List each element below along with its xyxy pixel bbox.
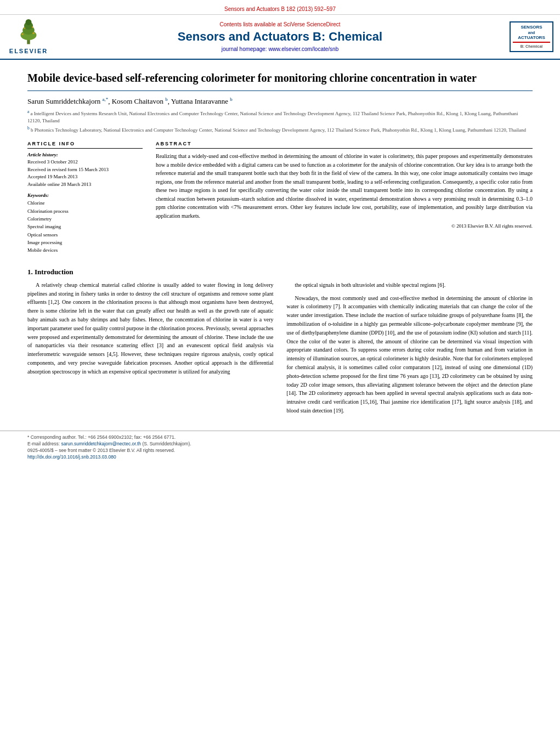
svg-point-5 bbox=[21, 33, 24, 35]
keywords-section: Keywords: Chlorine Chlorination process … bbox=[27, 193, 143, 254]
footer-doi[interactable]: http://dx.doi.org/10.1016/j.snb.2013.03.… bbox=[27, 454, 533, 460]
abstract-text: Realizing that a widely-used and cost-ef… bbox=[156, 152, 533, 220]
keywords-label: Keywords: bbox=[27, 193, 143, 198]
keyword-6: Image processing bbox=[27, 239, 143, 246]
journal-reference: Sensors and Actuators B 182 (2013) 592–5… bbox=[224, 6, 336, 12]
elsevier-tree-icon bbox=[12, 19, 45, 47]
keywords-list: Chlorine Chlorination process Colorimetr… bbox=[27, 199, 143, 254]
sciverse-text[interactable]: SciVerse ScienceDirect bbox=[284, 21, 341, 27]
affiliation-b: b b Photonics Technology Laboratory, Nat… bbox=[27, 126, 533, 134]
intro-para-3: Nowadays, the most commonly used and cos… bbox=[287, 294, 533, 415]
svg-point-8 bbox=[32, 26, 33, 28]
authors: Sarun Sumriddetchkajorn a,*, Kosom Chait… bbox=[27, 97, 533, 106]
elsevier-logo: ELSEVIER bbox=[7, 19, 50, 54]
intro-para-1: A relatively cheap chemical material cal… bbox=[27, 281, 274, 376]
journal-header: ELSEVIER Contents lists available at Sci… bbox=[0, 15, 560, 60]
article-info-column: ARTICLE INFO Article history: Received 3… bbox=[27, 141, 143, 259]
footnote-email: E-mail address: sarun.sumriddetchkajorn@… bbox=[27, 441, 533, 446]
intro-col-right: the optical signals in both ultraviolet … bbox=[287, 281, 533, 420]
info-abstract-section: ARTICLE INFO Article history: Received 3… bbox=[27, 141, 533, 259]
keyword-7: Mobile devices bbox=[27, 246, 143, 254]
introduction-body: A relatively cheap chemical material cal… bbox=[27, 281, 533, 420]
footnote-corresponding: * Corresponding author. Tel.: +66 2564 6… bbox=[27, 434, 533, 440]
elsevier-text: ELSEVIER bbox=[9, 48, 48, 54]
intro-col-left: A relatively cheap chemical material cal… bbox=[27, 281, 274, 420]
sciverse-link: Contents lists available at SciVerse Sci… bbox=[56, 21, 504, 27]
abstract-column: ABSTRACT Realizing that a widely-used an… bbox=[156, 141, 533, 259]
journal-title: Sensors and Actuators B: Chemical bbox=[56, 30, 504, 44]
affiliation-a: a a Intelligent Devices and Systems Rese… bbox=[27, 109, 533, 124]
footer: * Corresponding author. Tel.: +66 2564 6… bbox=[0, 431, 560, 464]
revised-date: Received in revised form 15 March 2013 bbox=[27, 166, 143, 174]
homepage-url[interactable]: www.elsevier.com/locate/snb bbox=[268, 46, 338, 52]
svg-point-4 bbox=[26, 19, 32, 25]
footer-issn: 0925-4005/$ – see front matter © 2013 El… bbox=[27, 448, 533, 453]
journal-center-info: Contents lists available at SciVerse Sci… bbox=[56, 21, 504, 52]
history-label: Article history: bbox=[27, 152, 143, 157]
intro-para-2: the optical signals in both ultraviolet … bbox=[287, 281, 533, 290]
accepted-date: Accepted 19 March 2013 bbox=[27, 173, 143, 181]
abstract-heading: ABSTRACT bbox=[156, 141, 533, 149]
top-bar: Sensors and Actuators B 182 (2013) 592–5… bbox=[0, 0, 560, 15]
introduction-heading: 1. Introduction bbox=[27, 268, 533, 276]
abstract-copyright: © 2013 Elsevier B.V. All rights reserved… bbox=[156, 223, 533, 229]
received-date: Received 3 October 2012 bbox=[27, 159, 143, 166]
article-info-heading: ARTICLE INFO bbox=[27, 141, 143, 149]
online-date: Available online 28 March 2013 bbox=[27, 181, 143, 189]
keyword-3: Colorimetry bbox=[27, 215, 143, 223]
author-email[interactable]: sarun.sumriddetchkajorn@nectec.or.th bbox=[61, 441, 141, 446]
article-title: Mobile device-based self-referencing col… bbox=[27, 71, 533, 91]
main-content: Mobile device-based self-referencing col… bbox=[0, 60, 560, 431]
affiliations: a a Intelligent Devices and Systems Rese… bbox=[27, 109, 533, 133]
sensors-actuators-logo: SENSORS and ACTUATORS B: Chemical bbox=[510, 21, 553, 52]
keyword-1: Chlorine bbox=[27, 199, 143, 207]
svg-point-7 bbox=[24, 27, 25, 29]
svg-point-6 bbox=[32, 32, 35, 35]
journal-homepage: journal homepage: www.elsevier.com/locat… bbox=[56, 46, 504, 52]
keyword-5: Optical sensors bbox=[27, 231, 143, 239]
keyword-4: Spectral imaging bbox=[27, 223, 143, 230]
keyword-2: Chlorination process bbox=[27, 207, 143, 215]
page: Sensors and Actuators B 182 (2013) 592–5… bbox=[0, 0, 560, 741]
article-history: Article history: Received 3 October 2012… bbox=[27, 152, 143, 188]
